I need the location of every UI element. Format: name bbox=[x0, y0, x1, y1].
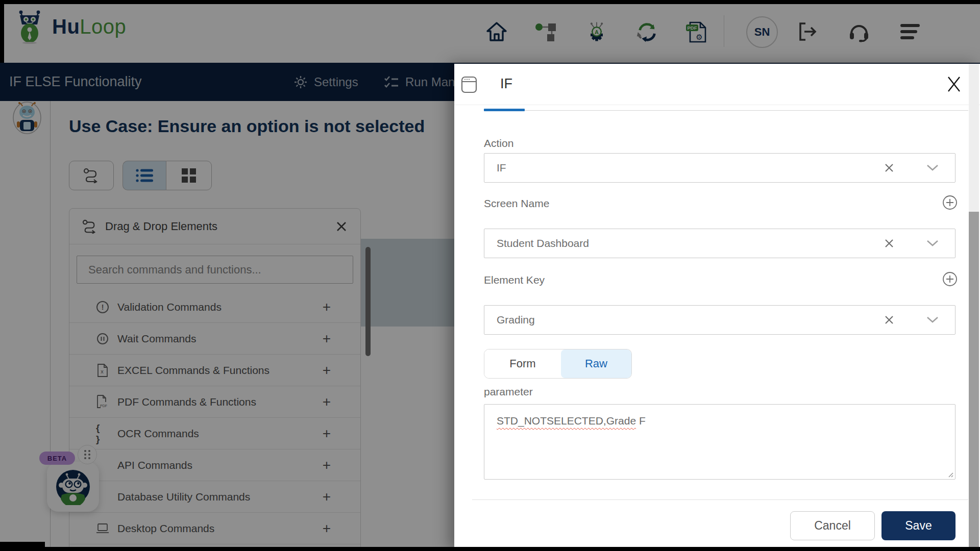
clear-icon[interactable] bbox=[884, 314, 895, 325]
element-key-value: Grading bbox=[497, 314, 535, 326]
window-frame-left bbox=[0, 0, 4, 63]
action-value: IF bbox=[497, 162, 506, 174]
active-tab-indicator[interactable] bbox=[484, 109, 525, 111]
tab-raw[interactable]: Raw bbox=[561, 349, 631, 378]
clear-icon[interactable] bbox=[884, 162, 895, 173]
close-icon[interactable] bbox=[945, 75, 963, 93]
element-key-label: Element Key bbox=[484, 274, 545, 286]
element-key-select[interactable]: Grading bbox=[484, 305, 955, 335]
header-divider bbox=[454, 105, 980, 105]
screen-name-select[interactable]: Student Dashboard bbox=[484, 229, 955, 258]
screen-name-value: Student Dashboard bbox=[497, 237, 589, 249]
app-window: HuLoop bbox=[0, 0, 980, 551]
parameter-label: parameter bbox=[484, 386, 533, 398]
drawer-title: IF bbox=[500, 76, 512, 92]
window-frame-bottom bbox=[0, 547, 980, 551]
parameter-textarea[interactable]: STD_NOTSELECTED,Grade F bbox=[484, 404, 955, 480]
add-screen-icon[interactable] bbox=[942, 195, 958, 210]
action-select[interactable]: IF bbox=[484, 153, 955, 183]
parameter-flagged-text: STD_NOTSELECTED,Grade bbox=[497, 415, 636, 427]
chevron-down-icon[interactable] bbox=[926, 240, 939, 247]
add-element-icon[interactable] bbox=[942, 271, 958, 287]
footer-divider bbox=[472, 499, 968, 500]
chevron-down-icon[interactable] bbox=[926, 164, 939, 171]
window-icon bbox=[461, 75, 478, 94]
drawer-scrollbar-thumb[interactable] bbox=[969, 212, 979, 551]
clear-icon[interactable] bbox=[884, 238, 895, 249]
tab-form[interactable]: Form bbox=[484, 349, 561, 378]
parameter-rest-text: F bbox=[636, 415, 646, 427]
save-button[interactable]: Save bbox=[881, 511, 955, 540]
cancel-button[interactable]: Cancel bbox=[790, 511, 875, 540]
if-config-drawer: IF Action IF Screen Name Student Dashboa… bbox=[454, 64, 980, 551]
drawer-header: IF bbox=[454, 64, 980, 105]
mode-toggle: Form Raw bbox=[484, 349, 632, 379]
screen-name-label: Screen Name bbox=[484, 197, 549, 210]
action-label: Action bbox=[484, 137, 513, 149]
window-frame-top bbox=[0, 0, 980, 4]
chevron-down-icon[interactable] bbox=[926, 316, 939, 323]
tab-strip-line bbox=[484, 110, 968, 111]
resize-handle-icon[interactable] bbox=[946, 470, 953, 478]
